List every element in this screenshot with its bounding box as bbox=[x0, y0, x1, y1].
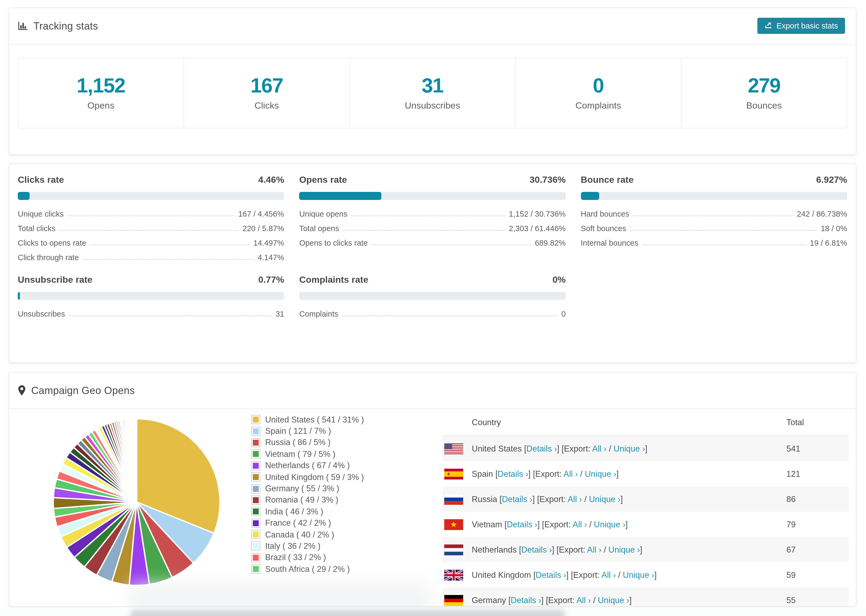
rate-header: Bounce rate6.927% bbox=[581, 175, 847, 185]
legend-swatch bbox=[251, 449, 260, 459]
legend-swatch bbox=[251, 461, 260, 470]
country-details-link[interactable]: Details › bbox=[502, 494, 532, 503]
legend-swatch bbox=[251, 530, 260, 539]
country-details-link[interactable]: Details › bbox=[521, 545, 552, 554]
rate-value: 6.927% bbox=[816, 175, 847, 185]
total-cell: 86 bbox=[786, 494, 849, 504]
export-unique-link[interactable]: Unique › bbox=[598, 595, 629, 605]
table-header-row: Country Total bbox=[443, 409, 849, 436]
rate-value: 30.736% bbox=[529, 175, 565, 185]
country-cell: United Kingdom [Details ›] [Export: All … bbox=[443, 569, 786, 580]
export-unique-link[interactable]: Unique › bbox=[585, 469, 616, 478]
flag-nl-icon bbox=[444, 544, 463, 555]
export-unique-link[interactable]: Unique › bbox=[589, 494, 620, 503]
country-line: United States [Details ›] [Export: All ›… bbox=[472, 444, 647, 453]
bracket-text: ] [Export: bbox=[567, 570, 601, 579]
export-all-link[interactable]: All › bbox=[568, 494, 582, 503]
rate-row: Click through rate4.147% bbox=[18, 250, 284, 264]
progress-bar-fill bbox=[581, 192, 599, 200]
rate-block: Unsubscribe rate0.77%Unsubscribes31 bbox=[18, 275, 284, 321]
legend-label: South Africa ( 29 / 2% ) bbox=[265, 564, 350, 574]
dotted-leader bbox=[642, 244, 806, 245]
stat-value: 31 bbox=[422, 75, 444, 96]
rates-grid: Clicks rate4.46%Unique clicks167 / 4.456… bbox=[18, 175, 847, 321]
legend-item: Russia ( 86 / 5% ) bbox=[251, 437, 364, 449]
summary-stats-row: 1,152Opens167Clicks31Unsubscribes0Compla… bbox=[18, 58, 847, 129]
legend-item: Spain ( 121 / 7% ) bbox=[251, 426, 364, 437]
country-details-link[interactable]: Details › bbox=[526, 444, 557, 453]
separator-text: / bbox=[606, 444, 614, 453]
rate-header: Complaints rate0% bbox=[299, 275, 566, 285]
stat-label: Opens bbox=[87, 100, 114, 111]
export-all-link[interactable]: All › bbox=[576, 595, 590, 605]
export-all-link[interactable]: All › bbox=[573, 520, 587, 529]
dotted-leader bbox=[633, 215, 793, 216]
legend-swatch-color bbox=[253, 428, 259, 434]
rate-title: Clicks rate bbox=[18, 175, 64, 185]
country-details-link[interactable]: Details › bbox=[511, 595, 542, 605]
bracket-text: ] bbox=[620, 494, 623, 503]
legend-item: Canada ( 40 / 2% ) bbox=[251, 529, 364, 541]
legend-swatch bbox=[251, 438, 260, 447]
legend-swatch-color bbox=[253, 451, 259, 457]
stat-value: 279 bbox=[748, 75, 780, 96]
rate-row: Unsubscribes31 bbox=[18, 306, 284, 321]
tracking-stats-header: Tracking stats Export basic stats bbox=[9, 8, 856, 45]
legend-label: Vietnam ( 79 / 5% ) bbox=[265, 449, 335, 459]
export-all-link[interactable]: All › bbox=[564, 469, 578, 478]
rate-title: Bounce rate bbox=[581, 175, 634, 185]
total-cell: 59 bbox=[786, 570, 849, 580]
country-details-link[interactable]: Details › bbox=[536, 570, 567, 579]
legend-item: Italy ( 36 / 2% ) bbox=[251, 541, 364, 552]
export-basic-stats-button[interactable]: Export basic stats bbox=[757, 18, 845, 34]
total-cell: 67 bbox=[786, 545, 849, 555]
rate-title: Unsubscribe rate bbox=[18, 275, 93, 285]
flag-us-icon bbox=[444, 443, 463, 454]
total-cell: 79 bbox=[786, 520, 849, 529]
export-all-link[interactable]: All › bbox=[587, 545, 601, 554]
rate-rows: Complaints0 bbox=[299, 306, 566, 321]
export-all-link[interactable]: All › bbox=[592, 444, 606, 453]
legend-swatch bbox=[251, 415, 260, 424]
dotted-leader bbox=[90, 244, 250, 245]
legend-item: South Africa ( 29 / 2% ) bbox=[251, 563, 364, 575]
export-all-link[interactable]: All › bbox=[601, 570, 616, 579]
country-line: United Kingdom [Details ›] [Export: All … bbox=[472, 570, 657, 580]
country-name: Germany bbox=[472, 595, 508, 605]
bracket-text: [ bbox=[524, 444, 527, 453]
country-cell: Vietnam [Details ›] [Export: All › / Uni… bbox=[443, 519, 786, 530]
progress-bar-fill bbox=[299, 192, 381, 200]
export-unique-link[interactable]: Unique › bbox=[594, 520, 625, 529]
legend-label: United States ( 541 / 31% ) bbox=[265, 415, 364, 424]
export-unique-link[interactable]: Unique › bbox=[614, 444, 645, 453]
bracket-text: ] [Export: bbox=[557, 444, 592, 453]
legend-swatch bbox=[251, 496, 260, 505]
rate-value: 4.46% bbox=[258, 175, 284, 185]
stat-box: 0Complaints bbox=[516, 58, 681, 128]
export-unique-link[interactable]: Unique › bbox=[623, 570, 654, 579]
stat-label: Complaints bbox=[575, 100, 621, 111]
rate-row-label: Complaints bbox=[299, 310, 339, 318]
rate-row-label: Unique opens bbox=[299, 209, 348, 218]
rate-title: Opens rate bbox=[299, 175, 347, 185]
country-details-link[interactable]: Details › bbox=[507, 520, 537, 529]
table-row: United States [Details ›] [Export: All ›… bbox=[443, 436, 849, 461]
legend-swatch-color bbox=[253, 440, 259, 446]
legend-swatch-color bbox=[253, 555, 259, 561]
table-row: Germany [Details ›] [Export: All › / Uni… bbox=[443, 588, 849, 607]
flag-vn-icon bbox=[444, 519, 463, 530]
geo-section-title: Campaign Geo Opens bbox=[31, 385, 135, 396]
legend-label: Canada ( 40 / 2% ) bbox=[265, 530, 334, 539]
dotted-leader bbox=[343, 230, 505, 230]
rate-row-label: Soft bounces bbox=[581, 224, 626, 233]
country-details-link[interactable]: Details › bbox=[498, 469, 529, 478]
table-row: Spain [Details ›] [Export: All › / Uniqu… bbox=[443, 461, 849, 486]
country-line: Spain [Details ›] [Export: All › / Uniqu… bbox=[472, 469, 619, 479]
legend-item: India ( 46 / 3% ) bbox=[251, 506, 364, 517]
geo-pie-chart bbox=[48, 413, 225, 591]
rate-row-value: 689.82% bbox=[535, 238, 566, 247]
export-unique-link[interactable]: Unique › bbox=[608, 545, 640, 554]
rate-row: Unique opens1,152 / 30.736% bbox=[299, 206, 566, 221]
country-line: Germany [Details ›] [Export: All › / Uni… bbox=[472, 595, 632, 605]
legend-label: Germany ( 55 / 3% ) bbox=[265, 484, 339, 493]
